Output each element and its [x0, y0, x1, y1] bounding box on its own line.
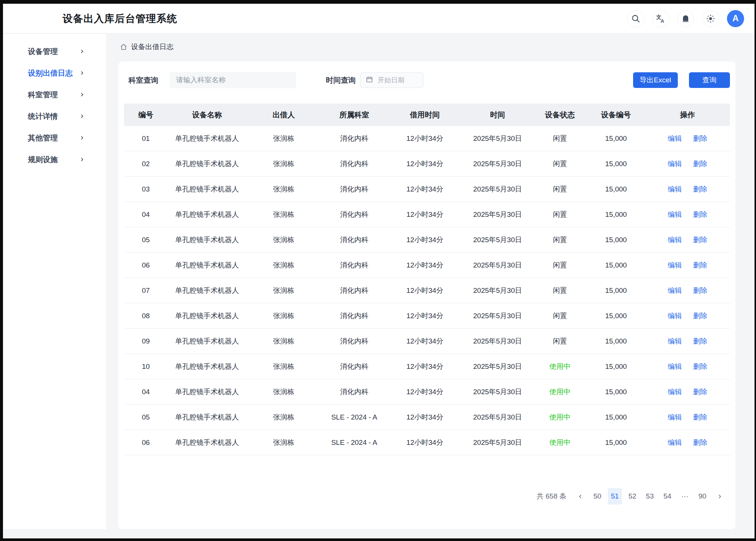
department-filter-label: 科室查询	[128, 75, 158, 85]
column-header-borrow-duration: 借用时间	[388, 110, 462, 120]
sidebar-item-rule-settings[interactable]: 规则设施	[3, 149, 106, 170]
cell-borrower: 张润栋	[247, 286, 321, 295]
sidebar-item-other-management[interactable]: 其他管理	[3, 127, 106, 149]
cell-actions: 编辑删除	[645, 286, 730, 295]
page-51[interactable]: 51	[608, 488, 622, 504]
page-ellipsis[interactable]: ···	[678, 488, 692, 504]
cell-date: 2025年5月30日	[462, 210, 533, 219]
cell-no: 02	[124, 160, 168, 168]
sidebar-item-device-management[interactable]: 设备管理	[3, 41, 106, 62]
page-52[interactable]: 52	[625, 488, 639, 504]
edit-link[interactable]: 编辑	[668, 387, 682, 397]
cell-date: 2025年5月30日	[462, 159, 533, 169]
cell-no: 09	[124, 337, 168, 345]
breadcrumb-label: 设备出借日志	[131, 42, 174, 52]
delete-link[interactable]: 删除	[693, 134, 707, 143]
edit-link[interactable]: 编辑	[668, 438, 682, 447]
table-row: 04单孔腔镜手术机器人张润栋消化内科12小时34分2025年5月30日闲置15,…	[124, 202, 730, 227]
cell-device_no: 15,000	[587, 388, 645, 396]
department-search-input[interactable]	[169, 72, 296, 88]
home-icon[interactable]	[120, 43, 128, 51]
table-row: 04单孔腔镜手术机器人张润栋消化内科12小时34分2025年5月30日使用中15…	[124, 379, 730, 405]
delete-link[interactable]: 删除	[693, 336, 707, 346]
query-button[interactable]: 查询	[689, 72, 730, 88]
edit-link[interactable]: 编辑	[668, 134, 682, 143]
delete-link[interactable]: 删除	[693, 438, 707, 447]
breadcrumb: 设备出借日志	[120, 42, 174, 52]
edit-link[interactable]: 编辑	[668, 286, 682, 295]
theme-button[interactable]	[702, 10, 719, 27]
page-50[interactable]: 50	[590, 488, 604, 504]
column-header-no: 编号	[124, 110, 168, 120]
edit-link[interactable]: 编辑	[668, 260, 682, 270]
edit-link[interactable]: 编辑	[668, 311, 682, 321]
delete-link[interactable]: 删除	[693, 311, 707, 321]
prev-page-button[interactable]	[574, 488, 587, 504]
cell-device: 单孔腔镜手术机器人	[168, 134, 247, 143]
start-date-input[interactable]	[378, 76, 418, 84]
cell-status: 闲置	[533, 336, 587, 346]
delete-link[interactable]: 删除	[693, 235, 707, 245]
cell-borrower: 张润栋	[247, 336, 321, 346]
sidebar-item-label: 设别出借日志	[28, 68, 73, 78]
cell-status: 使用中	[533, 362, 587, 371]
delete-link[interactable]: 删除	[693, 362, 707, 371]
cell-actions: 编辑删除	[645, 134, 730, 143]
page-53[interactable]: 53	[643, 488, 657, 504]
edit-link[interactable]: 编辑	[668, 235, 682, 245]
table-row: 05单孔腔镜手术机器人张润栋SLE - 2024 - A12小时34分2025年…	[124, 405, 730, 430]
avatar[interactable]: A	[727, 10, 744, 27]
cell-actions: 编辑删除	[645, 438, 730, 447]
delete-link[interactable]: 删除	[693, 387, 707, 397]
cell-no: 05	[124, 413, 168, 421]
cell-duration: 12小时34分	[388, 260, 462, 270]
content-card: 科室查询 时间查询 导出Excel 查询 编号	[118, 61, 736, 529]
sidebar-item-department-management[interactable]: 科室管理	[3, 84, 106, 105]
cell-duration: 12小时34分	[388, 311, 462, 321]
export-excel-button[interactable]: 导出Excel	[633, 72, 678, 88]
cell-date: 2025年5月30日	[462, 235, 533, 245]
edit-link[interactable]: 编辑	[668, 362, 682, 371]
cell-duration: 12小时34分	[388, 134, 462, 143]
edit-link[interactable]: 编辑	[668, 184, 682, 194]
notification-button[interactable]	[677, 10, 694, 27]
delete-link[interactable]: 删除	[693, 184, 707, 194]
cell-duration: 12小时34分	[388, 387, 462, 397]
delete-link[interactable]: 删除	[693, 210, 707, 219]
time-filter-label: 时间查询	[326, 75, 356, 85]
page-90[interactable]: 90	[695, 488, 709, 504]
cell-duration: 12小时34分	[388, 336, 462, 346]
sidebar-item-lending-log[interactable]: 设别出借日志	[3, 62, 106, 84]
edit-link[interactable]: 编辑	[668, 210, 682, 219]
delete-link[interactable]: 删除	[693, 412, 707, 422]
delete-link[interactable]: 删除	[693, 286, 707, 295]
chevron-right-icon	[79, 114, 85, 119]
table-row: 07单孔腔镜手术机器人张润栋消化内科12小时34分2025年5月30日闲置15,…	[124, 278, 730, 303]
cell-device_no: 15,000	[587, 287, 645, 295]
cell-status: 闲置	[533, 134, 587, 143]
sidebar-item-label: 统计详情	[28, 111, 58, 121]
cell-borrower: 张润栋	[247, 387, 321, 397]
edit-link[interactable]: 编辑	[668, 336, 682, 346]
edit-link[interactable]: 编辑	[668, 412, 682, 422]
page-54[interactable]: 54	[660, 488, 674, 504]
table-row: 08单孔腔镜手术机器人张润栋消化内科12小时34分2025年5月30日闲置15,…	[124, 303, 730, 329]
chevron-right-icon	[79, 49, 85, 54]
start-date-picker[interactable]	[360, 72, 423, 88]
sidebar-item-statistics[interactable]: 统计详情	[3, 105, 106, 127]
cell-dept: 消化内科	[321, 286, 388, 295]
column-header-actions: 操作	[645, 110, 730, 120]
cell-device_no: 15,000	[587, 413, 645, 421]
cell-no: 04	[124, 388, 168, 396]
notification-icon	[681, 14, 690, 23]
language-button[interactable]: 文 A	[652, 10, 669, 27]
column-header-time: 时间	[462, 110, 533, 120]
cell-date: 2025年5月30日	[462, 311, 533, 321]
cell-date: 2025年5月30日	[462, 184, 533, 194]
search-button[interactable]	[627, 10, 644, 27]
delete-link[interactable]: 删除	[693, 159, 707, 169]
edit-link[interactable]: 编辑	[668, 159, 682, 169]
cell-device: 单孔腔镜手术机器人	[168, 260, 247, 270]
next-page-button[interactable]	[713, 488, 726, 504]
delete-link[interactable]: 删除	[693, 260, 707, 270]
